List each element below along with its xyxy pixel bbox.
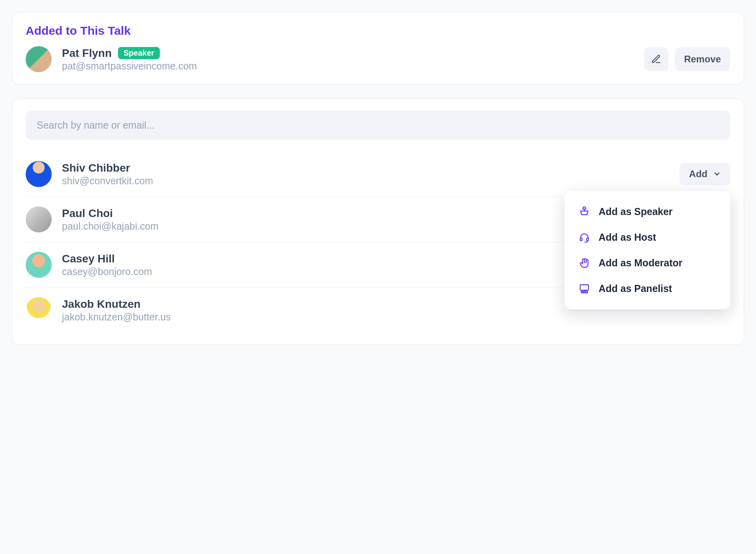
avatar [26,206,52,232]
dropdown-item-label: Add as Moderator [599,257,683,269]
add-button-label: Add [689,168,707,180]
added-card: Added to This Talk Pat Flynn Speaker pat… [12,12,744,84]
svg-point-4 [584,291,586,293]
person-info: Pat Flynn Speaker pat@smartpassiveincome… [62,47,634,72]
dropdown-item-speaker[interactable]: Add as Speaker [565,199,730,225]
people-card: Shiv Chibber shiv@convertkit.com Add Add… [12,99,744,345]
section-title: Added to This Talk [26,24,730,37]
role-badge: Speaker [118,47,160,59]
person-name: Shiv Chibber [62,162,669,174]
person-email: shiv@convertkit.com [62,175,669,187]
dropdown-item-label: Add as Panelist [599,283,672,294]
add-button[interactable]: Add [679,163,730,185]
panel-icon [579,283,590,294]
svg-rect-2 [580,284,589,290]
person-email: pat@smartpassiveincome.com [62,60,634,72]
svg-point-5 [586,291,588,293]
hand-icon [579,258,590,269]
dropdown-item-label: Add as Speaker [599,206,673,217]
headset-icon [579,232,590,243]
dropdown-item-host[interactable]: Add as Host [565,225,730,250]
pencil-icon [651,54,661,64]
svg-point-3 [581,291,583,293]
list-item: Shiv Chibber shiv@convertkit.com Add Add… [26,152,730,197]
edit-button[interactable] [644,47,668,71]
dropdown-item-label: Add as Host [599,232,656,243]
dropdown-item-moderator[interactable]: Add as Moderator [565,250,730,276]
person-name: Pat Flynn [62,47,112,60]
remove-button[interactable]: Remove [675,47,730,71]
svg-rect-0 [580,238,582,241]
search-input[interactable] [26,111,730,140]
avatar [26,297,52,323]
avatar [26,46,52,72]
added-person-row: Pat Flynn Speaker pat@smartpassiveincome… [26,46,730,72]
podium-icon [579,206,590,217]
person-email: jakob.knutzen@butter.us [62,311,730,323]
avatar [26,161,52,187]
add-dropdown: Add as Speaker Add as Host Add as Modera… [565,191,730,309]
dropdown-item-panelist[interactable]: Add as Panelist [565,276,730,301]
chevron-down-icon [713,170,721,178]
avatar [26,252,52,278]
